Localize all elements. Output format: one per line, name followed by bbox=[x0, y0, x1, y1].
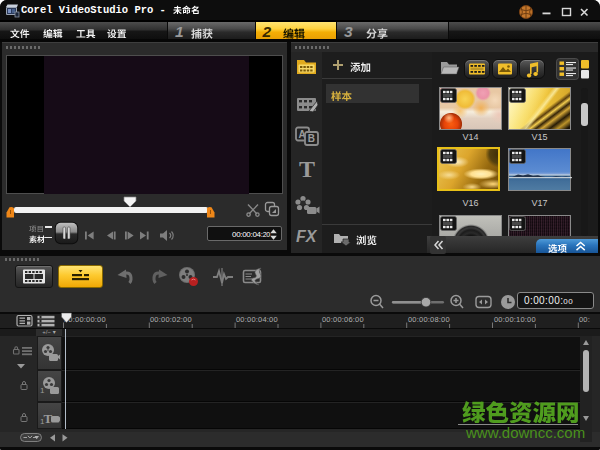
svg-text:1: 1 bbox=[40, 386, 45, 395]
svg-text:B: B bbox=[308, 133, 315, 144]
